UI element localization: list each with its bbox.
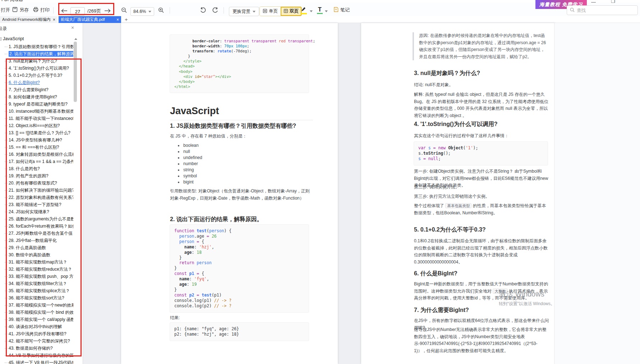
toc-item[interactable]: 16. 对象转原始类型是根据什么流程运 bbox=[0, 151, 73, 158]
toc-item[interactable]: 1. JS原始数据类型有哪些？引用数据类 bbox=[0, 43, 73, 50]
open-button[interactable]: 打开 bbox=[1, 7, 10, 13]
toc-item[interactable]: 3. null是对象吗？为什么? bbox=[0, 57, 73, 65]
notes-label: 笔记 bbox=[340, 7, 350, 13]
toc-item[interactable]: 44. V8 引擎如何进行垃圾内存的回收? bbox=[0, 352, 73, 359]
toc-item[interactable]: 2. 说出下面运行的结果，解释原因。 bbox=[0, 50, 73, 57]
question-4-step2: 第二步: 调用实例方法。 bbox=[414, 184, 549, 191]
collapse-icon[interactable] bbox=[0, 37, 1, 41]
toc-item[interactable]: 6. 什么是BigInt? bbox=[0, 79, 73, 86]
search-icon bbox=[570, 7, 575, 14]
toc-item[interactable]: 36. 能不能实现数组sort方法? bbox=[0, 294, 73, 302]
toc-item[interactable]: 37. 能不能模拟实现一个new的效果? bbox=[0, 302, 73, 309]
toc-item[interactable]: 9. typeof 是否能正确判断类型? bbox=[0, 101, 73, 108]
maximize-button[interactable]: ❐ bbox=[611, 0, 615, 4]
reason-blockquote: 原因: 在函数传参的时候传递的是对象在堆中的内存地址值，test函数中的实参pe… bbox=[413, 32, 548, 60]
toc-item[interactable]: 20. 闭包有哪些表现形式? bbox=[0, 179, 73, 187]
right-panel bbox=[554, 23, 640, 364]
toc-item[interactable]: 41. JS中浅拷贝的手段有哪些? bbox=[0, 330, 73, 337]
print-button[interactable]: 打印 bbox=[33, 7, 50, 13]
undo-button[interactable] bbox=[200, 7, 206, 13]
toc-item[interactable]: 43. 数据是如何存储的? bbox=[0, 345, 73, 352]
toolbar-divider bbox=[170, 7, 170, 14]
toc-item[interactable]: 11. 能不能手动实现一下instanceof的 bbox=[0, 115, 73, 122]
notes-button[interactable]: 笔记 bbox=[333, 7, 350, 13]
toc-item[interactable]: 28. JS中flat---数组扁平化 bbox=[0, 237, 73, 244]
toc-item[interactable]: 32. 能不能实现数组reduce方法？ bbox=[0, 266, 73, 273]
toc-item[interactable]: 29. 什么是高阶函数 bbox=[0, 244, 73, 251]
toc-item[interactable]: 31. 能不能实现数组map方法？ bbox=[0, 258, 73, 266]
toc-item[interactable]: 24. JS如何实现继承? bbox=[0, 208, 73, 215]
toc-item[interactable]: 22. 原型对象和构造函数有何关系? bbox=[0, 194, 73, 201]
single-page-icon bbox=[263, 9, 267, 14]
chevron-down-icon[interactable] bbox=[325, 10, 328, 12]
new-tab-button[interactable]: ＋ bbox=[124, 17, 129, 23]
question-1-ref-types: 引用数据类型: 对象Object（包含普通对象-Object，数组对象-Arra… bbox=[170, 188, 314, 202]
toolbar-divider bbox=[224, 7, 224, 14]
toc-item[interactable]: 40. 谈谈你对JS中this的理解 bbox=[0, 323, 73, 330]
zoom-level-value: 84.6% bbox=[133, 9, 146, 14]
sidebar-scrollbar[interactable] bbox=[74, 42, 77, 102]
question-6-heading: 6. 什么是BigInt? bbox=[414, 270, 457, 277]
highlighter-button[interactable] bbox=[300, 6, 307, 14]
toc-item[interactable]: 42. 能不能写一个完整的深拷贝? bbox=[0, 337, 73, 345]
open-label: 打开 bbox=[1, 7, 10, 13]
note-icon bbox=[333, 7, 339, 13]
watermark-line2: 转到“设置”以激活 Windows。 bbox=[499, 301, 555, 307]
code-block-css-html: border-color: transparent transparent re… bbox=[170, 34, 309, 93]
toolbar-divider bbox=[294, 7, 294, 14]
toc-item[interactable]: 4. '1'.toString()为什么可以调用? bbox=[0, 65, 73, 72]
toc-item[interactable]: 7. 为什么需要BigInt? bbox=[0, 86, 73, 93]
question-3-explanation: 解释: 虽然 typeof null 会输出 object，但是这只是 JS 存… bbox=[414, 91, 549, 119]
single-page-button[interactable]: 单页 bbox=[260, 7, 281, 16]
toc-item[interactable]: 35. 能不能实现数组splice方法？ bbox=[0, 287, 73, 294]
list-item: string bbox=[177, 167, 202, 173]
change-background-button[interactable]: 更换背景 bbox=[229, 7, 259, 16]
pdf-page-left: border-color: transparent transparent re… bbox=[121, 23, 338, 364]
toc-item[interactable]: 45. 描述一下 V8 执行一段JS代码的过 bbox=[0, 359, 73, 364]
toc-item[interactable]: 12. Object.is和===的区别? bbox=[0, 122, 73, 129]
toc-item[interactable]: 34. 能不能实现数组filter方法？ bbox=[0, 280, 73, 287]
tab-frontend-interview[interactable]: 前端大厂面试题宝典.pdf × bbox=[59, 16, 121, 23]
close-icon[interactable]: × bbox=[71, 25, 74, 31]
double-page-button[interactable]: 双页 bbox=[281, 7, 301, 16]
zoom-level-select[interactable]: 84.6% bbox=[130, 7, 154, 16]
toc-item[interactable]: 14. JS中类型转换有哪几种? bbox=[0, 136, 73, 144]
toc-item[interactable]: 8. 如何创建并使用BigInt? bbox=[0, 93, 73, 101]
zoom-in-button[interactable] bbox=[158, 7, 164, 13]
scroll-up-icon[interactable] bbox=[74, 38, 77, 40]
underline-text-button[interactable]: T bbox=[317, 7, 323, 14]
toc-item[interactable]: 33. 能不能实现数组 push、pop 方法 bbox=[0, 273, 73, 280]
toc-item[interactable]: 30. 数组中的高阶函数 bbox=[0, 251, 73, 258]
toc-item[interactable]: 17. 如何让if(a == 1 && a == 2)条件 bbox=[0, 158, 73, 165]
toc-item[interactable]: 21. 如何解决下面的循环输出问题? bbox=[0, 187, 73, 194]
toc-item[interactable]: 10. instanceof能否判断基本数据类型 bbox=[0, 108, 73, 115]
close-icon[interactable]: × bbox=[114, 17, 119, 22]
search-box[interactable] bbox=[567, 5, 638, 15]
question-5-heading: 5. 0.1+0.2为什么不等于0.3? bbox=[414, 226, 486, 234]
toc-item[interactable]: 26. forEach中return有效果吗？如何中 bbox=[0, 223, 73, 230]
toc-item[interactable]: 39. 能不能实现一个 call/apply 函数? bbox=[0, 316, 73, 323]
minimize-button[interactable]: — bbox=[591, 0, 596, 4]
tab-android-framework[interactable]: Android Framework精编内核解 × bbox=[0, 16, 57, 23]
toc-item[interactable]: 5. 0.1+0.2为什么不等于0.3? bbox=[0, 72, 73, 79]
save-as-label: 另存 bbox=[19, 7, 29, 13]
toc-root-javascript[interactable]: JavaScript bbox=[0, 36, 24, 41]
toc-item[interactable]: 13. [] == ![]结果是什么？为什么? bbox=[0, 129, 73, 136]
toc-item[interactable]: 19. 闭包产生的原因? bbox=[0, 172, 73, 179]
toc-item[interactable]: 18. 什么是闭包? bbox=[0, 165, 73, 172]
toc-item[interactable]: 15. == 和 ===有什么区别? bbox=[0, 144, 73, 151]
redo-button[interactable] bbox=[212, 7, 218, 13]
save-as-button[interactable]: 另存 bbox=[12, 7, 29, 13]
page-number-input[interactable] bbox=[70, 7, 85, 16]
prev-page-button[interactable] bbox=[61, 8, 68, 14]
toc-item[interactable]: 23. 能不能描述一下原型链? bbox=[0, 201, 73, 208]
next-page-button[interactable] bbox=[104, 8, 111, 14]
toc-item[interactable]: 38. 能不能模拟实现一个 bind 的效果 bbox=[0, 309, 73, 316]
search-input[interactable] bbox=[577, 8, 627, 13]
zoom-out-button[interactable] bbox=[121, 7, 127, 13]
toc-item[interactable]: 25. 函数的arguments为什么不是数组 bbox=[0, 215, 73, 223]
close-icon[interactable]: × bbox=[51, 17, 55, 22]
question-1-intro: 在 JS 中，存在着 7 种原始值，分别是： bbox=[170, 133, 314, 140]
chevron-down-icon[interactable] bbox=[310, 10, 313, 12]
toc-item[interactable]: 27. JS判断数组中是否包含某个值 bbox=[0, 230, 73, 237]
